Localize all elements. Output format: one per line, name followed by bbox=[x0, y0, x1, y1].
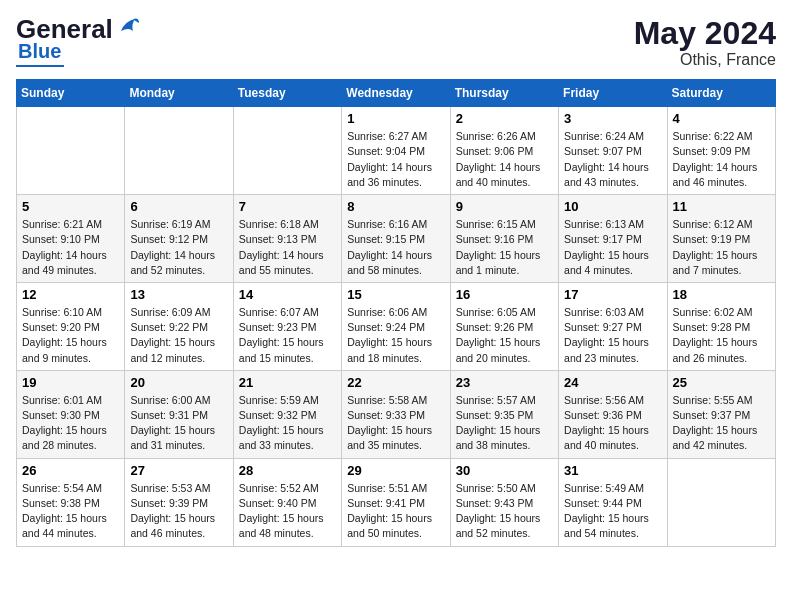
day-info: Sunrise: 5:51 AM Sunset: 9:41 PM Dayligh… bbox=[347, 481, 444, 542]
calendar-cell bbox=[233, 107, 341, 195]
day-info: Sunrise: 5:52 AM Sunset: 9:40 PM Dayligh… bbox=[239, 481, 336, 542]
calendar-cell: 27Sunrise: 5:53 AM Sunset: 9:39 PM Dayli… bbox=[125, 458, 233, 546]
day-number: 20 bbox=[130, 375, 227, 390]
calendar-cell bbox=[667, 458, 775, 546]
day-number: 14 bbox=[239, 287, 336, 302]
day-info: Sunrise: 5:59 AM Sunset: 9:32 PM Dayligh… bbox=[239, 393, 336, 454]
header-wednesday: Wednesday bbox=[342, 80, 450, 107]
day-info: Sunrise: 6:26 AM Sunset: 9:06 PM Dayligh… bbox=[456, 129, 553, 190]
calendar-week-row: 1Sunrise: 6:27 AM Sunset: 9:04 PM Daylig… bbox=[17, 107, 776, 195]
day-info: Sunrise: 6:02 AM Sunset: 9:28 PM Dayligh… bbox=[673, 305, 770, 366]
calendar-cell: 22Sunrise: 5:58 AM Sunset: 9:33 PM Dayli… bbox=[342, 370, 450, 458]
calendar-cell: 5Sunrise: 6:21 AM Sunset: 9:10 PM Daylig… bbox=[17, 195, 125, 283]
day-info: Sunrise: 6:05 AM Sunset: 9:26 PM Dayligh… bbox=[456, 305, 553, 366]
calendar-body: 1Sunrise: 6:27 AM Sunset: 9:04 PM Daylig… bbox=[17, 107, 776, 546]
day-info: Sunrise: 6:18 AM Sunset: 9:13 PM Dayligh… bbox=[239, 217, 336, 278]
calendar-week-row: 19Sunrise: 6:01 AM Sunset: 9:30 PM Dayli… bbox=[17, 370, 776, 458]
day-info: Sunrise: 5:56 AM Sunset: 9:36 PM Dayligh… bbox=[564, 393, 661, 454]
logo-general-text: General bbox=[16, 16, 113, 42]
calendar-cell: 29Sunrise: 5:51 AM Sunset: 9:41 PM Dayli… bbox=[342, 458, 450, 546]
day-number: 16 bbox=[456, 287, 553, 302]
day-number: 22 bbox=[347, 375, 444, 390]
calendar-cell: 21Sunrise: 5:59 AM Sunset: 9:32 PM Dayli… bbox=[233, 370, 341, 458]
day-info: Sunrise: 5:53 AM Sunset: 9:39 PM Dayligh… bbox=[130, 481, 227, 542]
day-number: 10 bbox=[564, 199, 661, 214]
header-thursday: Thursday bbox=[450, 80, 558, 107]
header-saturday: Saturday bbox=[667, 80, 775, 107]
calendar-cell: 1Sunrise: 6:27 AM Sunset: 9:04 PM Daylig… bbox=[342, 107, 450, 195]
day-info: Sunrise: 6:10 AM Sunset: 9:20 PM Dayligh… bbox=[22, 305, 119, 366]
day-number: 30 bbox=[456, 463, 553, 478]
day-number: 5 bbox=[22, 199, 119, 214]
day-number: 11 bbox=[673, 199, 770, 214]
day-number: 6 bbox=[130, 199, 227, 214]
day-number: 7 bbox=[239, 199, 336, 214]
day-info: Sunrise: 6:03 AM Sunset: 9:27 PM Dayligh… bbox=[564, 305, 661, 366]
calendar-header: Sunday Monday Tuesday Wednesday Thursday… bbox=[17, 80, 776, 107]
day-info: Sunrise: 6:07 AM Sunset: 9:23 PM Dayligh… bbox=[239, 305, 336, 366]
calendar-cell: 10Sunrise: 6:13 AM Sunset: 9:17 PM Dayli… bbox=[559, 195, 667, 283]
calendar-cell: 13Sunrise: 6:09 AM Sunset: 9:22 PM Dayli… bbox=[125, 282, 233, 370]
calendar-week-row: 5Sunrise: 6:21 AM Sunset: 9:10 PM Daylig… bbox=[17, 195, 776, 283]
day-number: 17 bbox=[564, 287, 661, 302]
day-info: Sunrise: 5:55 AM Sunset: 9:37 PM Dayligh… bbox=[673, 393, 770, 454]
day-info: Sunrise: 5:50 AM Sunset: 9:43 PM Dayligh… bbox=[456, 481, 553, 542]
day-number: 25 bbox=[673, 375, 770, 390]
calendar-cell: 25Sunrise: 5:55 AM Sunset: 9:37 PM Dayli… bbox=[667, 370, 775, 458]
calendar-cell: 4Sunrise: 6:22 AM Sunset: 9:09 PM Daylig… bbox=[667, 107, 775, 195]
calendar-cell: 3Sunrise: 6:24 AM Sunset: 9:07 PM Daylig… bbox=[559, 107, 667, 195]
day-info: Sunrise: 6:15 AM Sunset: 9:16 PM Dayligh… bbox=[456, 217, 553, 278]
calendar-week-row: 12Sunrise: 6:10 AM Sunset: 9:20 PM Dayli… bbox=[17, 282, 776, 370]
calendar-cell: 17Sunrise: 6:03 AM Sunset: 9:27 PM Dayli… bbox=[559, 282, 667, 370]
calendar-cell: 30Sunrise: 5:50 AM Sunset: 9:43 PM Dayli… bbox=[450, 458, 558, 546]
calendar-cell: 2Sunrise: 6:26 AM Sunset: 9:06 PM Daylig… bbox=[450, 107, 558, 195]
day-info: Sunrise: 5:57 AM Sunset: 9:35 PM Dayligh… bbox=[456, 393, 553, 454]
day-info: Sunrise: 5:58 AM Sunset: 9:33 PM Dayligh… bbox=[347, 393, 444, 454]
day-number: 31 bbox=[564, 463, 661, 478]
day-info: Sunrise: 5:49 AM Sunset: 9:44 PM Dayligh… bbox=[564, 481, 661, 542]
day-info: Sunrise: 6:22 AM Sunset: 9:09 PM Dayligh… bbox=[673, 129, 770, 190]
day-number: 26 bbox=[22, 463, 119, 478]
calendar-cell: 24Sunrise: 5:56 AM Sunset: 9:36 PM Dayli… bbox=[559, 370, 667, 458]
day-info: Sunrise: 6:27 AM Sunset: 9:04 PM Dayligh… bbox=[347, 129, 444, 190]
day-info: Sunrise: 6:24 AM Sunset: 9:07 PM Dayligh… bbox=[564, 129, 661, 190]
calendar-cell: 16Sunrise: 6:05 AM Sunset: 9:26 PM Dayli… bbox=[450, 282, 558, 370]
day-number: 4 bbox=[673, 111, 770, 126]
day-number: 15 bbox=[347, 287, 444, 302]
location-label: Othis, France bbox=[634, 51, 776, 69]
calendar-cell: 8Sunrise: 6:16 AM Sunset: 9:15 PM Daylig… bbox=[342, 195, 450, 283]
header-sunday: Sunday bbox=[17, 80, 125, 107]
calendar-cell: 26Sunrise: 5:54 AM Sunset: 9:38 PM Dayli… bbox=[17, 458, 125, 546]
calendar-cell: 11Sunrise: 6:12 AM Sunset: 9:19 PM Dayli… bbox=[667, 195, 775, 283]
day-number: 19 bbox=[22, 375, 119, 390]
page-header: General Blue May 2024 Othis, France bbox=[16, 16, 776, 69]
day-number: 28 bbox=[239, 463, 336, 478]
day-info: Sunrise: 6:13 AM Sunset: 9:17 PM Dayligh… bbox=[564, 217, 661, 278]
day-info: Sunrise: 6:00 AM Sunset: 9:31 PM Dayligh… bbox=[130, 393, 227, 454]
day-number: 2 bbox=[456, 111, 553, 126]
day-number: 24 bbox=[564, 375, 661, 390]
day-info: Sunrise: 6:09 AM Sunset: 9:22 PM Dayligh… bbox=[130, 305, 227, 366]
day-info: Sunrise: 6:21 AM Sunset: 9:10 PM Dayligh… bbox=[22, 217, 119, 278]
logo: General Blue bbox=[16, 16, 139, 67]
calendar-cell: 14Sunrise: 6:07 AM Sunset: 9:23 PM Dayli… bbox=[233, 282, 341, 370]
calendar-week-row: 26Sunrise: 5:54 AM Sunset: 9:38 PM Dayli… bbox=[17, 458, 776, 546]
day-number: 13 bbox=[130, 287, 227, 302]
calendar-cell: 15Sunrise: 6:06 AM Sunset: 9:24 PM Dayli… bbox=[342, 282, 450, 370]
calendar-cell: 19Sunrise: 6:01 AM Sunset: 9:30 PM Dayli… bbox=[17, 370, 125, 458]
day-number: 27 bbox=[130, 463, 227, 478]
calendar-cell: 18Sunrise: 6:02 AM Sunset: 9:28 PM Dayli… bbox=[667, 282, 775, 370]
header-friday: Friday bbox=[559, 80, 667, 107]
calendar-cell bbox=[125, 107, 233, 195]
month-year-label: May 2024 bbox=[634, 16, 776, 51]
calendar-table: Sunday Monday Tuesday Wednesday Thursday… bbox=[16, 79, 776, 546]
day-number: 3 bbox=[564, 111, 661, 126]
calendar-cell bbox=[17, 107, 125, 195]
calendar-cell: 31Sunrise: 5:49 AM Sunset: 9:44 PM Dayli… bbox=[559, 458, 667, 546]
logo-bird-icon bbox=[117, 17, 139, 37]
calendar-cell: 28Sunrise: 5:52 AM Sunset: 9:40 PM Dayli… bbox=[233, 458, 341, 546]
logo-blue-text: Blue bbox=[16, 40, 61, 63]
day-info: Sunrise: 6:06 AM Sunset: 9:24 PM Dayligh… bbox=[347, 305, 444, 366]
calendar-cell: 9Sunrise: 6:15 AM Sunset: 9:16 PM Daylig… bbox=[450, 195, 558, 283]
logo-underline bbox=[16, 65, 64, 67]
